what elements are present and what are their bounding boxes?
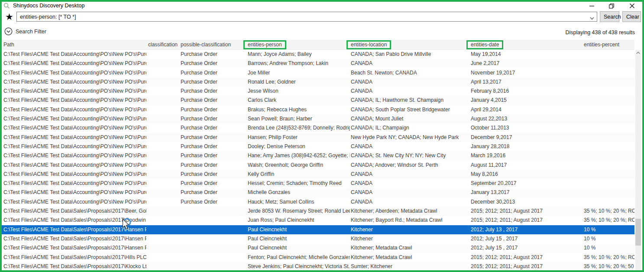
cell-entities_date: January 13,2017 [471, 188, 583, 197]
cell-entities_person: Walsh; Greenholt; George Griffin [248, 161, 350, 170]
table-row[interactable]: C:\Test Files\ACME Test Data\Sales\Propo… [2, 234, 634, 243]
table-row[interactable]: C:\Test Files\ACME Test Data\Accounting\… [2, 87, 634, 96]
cell-path: C:\Test Files\ACME Test Data\Sales\Propo… [3, 243, 146, 253]
cell-entities_location: Sumter; Kitchener [351, 262, 470, 270]
scrollbar-thumb[interactable] [635, 219, 641, 246]
table-row[interactable]: C:\Test Files\ACME Test Data\Sales\Propo… [2, 243, 634, 253]
cell-path: C:\Test Files\ACME Test Data\Accounting\… [3, 105, 146, 114]
minimize-button[interactable] [585, 2, 598, 10]
cell-path: C:\Test Files\ACME Test Data\Sales\Propo… [3, 262, 146, 270]
cell-entities_date: October 11,2013 [471, 123, 583, 133]
table-row[interactable]: C:\Test Files\ACME Test Data\Accounting\… [2, 151, 634, 160]
vertical-scrollbar[interactable] [635, 50, 641, 270]
table-row[interactable]: C:\Test Files\ACME Test Data\Accounting\… [2, 68, 634, 78]
cell-entities_person: Mann; Joyce Adams; Bailey [248, 50, 350, 59]
column-header-entities_person[interactable]: entities-person [248, 40, 350, 50]
window-title: Shinydocs Discovery Desktop [13, 3, 84, 9]
column-header-classification[interactable]: classification [148, 40, 180, 50]
cell-entities_date: August 22,2013 [471, 114, 583, 123]
table-row[interactable]: C:\Test Files\ACME Test Data\Sales\Propo… [2, 216, 634, 225]
table-row-selected[interactable]: C:\Test Files\ACME Test Data\Sales\Propo… [2, 225, 634, 234]
clear-button[interactable]: Clear [622, 11, 641, 22]
highlight-box: entities-person [243, 40, 286, 49]
search-input[interactable] [17, 12, 597, 21]
cell-path: C:\Test Files\ACME Test Data\Accounting\… [3, 96, 146, 105]
cell-entities_percent [584, 179, 634, 188]
cell-entities_location: CANADA; Andover; Windsor St. Perth [351, 161, 470, 170]
table-row[interactable]: C:\Test Files\ACME Test Data\Sales\Propo… [2, 207, 634, 216]
table-row[interactable]: C:\Test Files\ACME Test Data\Accounting\… [2, 198, 634, 207]
table-row[interactable]: C:\Test Files\ACME Test Data\Accounting\… [2, 50, 634, 59]
app-magnifier-icon [3, 3, 10, 11]
table-row[interactable]: C:\Test Files\ACME Test Data\Accounting\… [2, 78, 634, 87]
cell-entities_location: Beach St. Newton; CANADA [351, 68, 470, 78]
cell-path: C:\Test Files\ACME Test Data\Sales\Propo… [3, 207, 146, 216]
cell-classification [148, 96, 180, 105]
cell-entities_person: Hessel; Cremin; Schaden; Timothy Reed [248, 179, 350, 188]
close-icon[interactable] [625, 2, 638, 10]
cell-entities_date: 2012; July 15 , 2017 [471, 234, 583, 243]
cell-possible_classification [181, 243, 247, 253]
cell-entities_percent: 35 %; 10 %; 20 %; ROT %; [584, 207, 634, 216]
restore-button[interactable] [605, 2, 618, 10]
cell-path: C:\Test Files\ACME Test Data\Accounting\… [3, 179, 146, 188]
cell-possible_classification: Purchase Order [181, 151, 247, 160]
cell-entities_percent: 35 %; 10 %; 20 %; 50 %; 5 [584, 262, 634, 270]
cell-entities_percent: 10 % [584, 225, 634, 234]
cell-path: C:\Test Files\ACME Test Data\Accounting\… [3, 151, 146, 160]
table-row[interactable]: C:\Test Files\ACME Test Data\Accounting\… [2, 59, 634, 68]
cell-entities_date: 2015; 2012; 2011; August 2017 [471, 216, 583, 225]
cell-entities_percent [584, 161, 634, 170]
cell-entities_percent [584, 142, 634, 151]
cell-entities_location: CANADA [351, 78, 470, 87]
cell-classification [148, 188, 180, 197]
cell-classification [148, 133, 180, 142]
favorite-star-icon[interactable]: ★ [5, 11, 13, 23]
table-row[interactable]: C:\Test Files\ACME Test Data\Accounting\… [2, 133, 634, 142]
cell-entities_date: May 8,2016 [471, 170, 583, 179]
cell-entities_person: Hauck; Metz; Samuel Collins [248, 198, 350, 207]
column-header-entities_percent[interactable]: entities-percent [584, 40, 634, 50]
cell-possible_classification [181, 225, 247, 234]
cell-classification [148, 243, 180, 253]
search-filter-label: Search Filter [16, 29, 46, 35]
column-header-possible_classification[interactable]: possible-classification [181, 40, 247, 50]
table-row[interactable]: C:\Test Files\ACME Test Data\Sales\Propo… [2, 253, 634, 262]
search-button[interactable]: Search [600, 11, 619, 22]
chevron-down-icon[interactable] [590, 14, 594, 22]
column-header-entities_location[interactable]: entities-location [351, 40, 470, 50]
table-row[interactable]: C:\Test Files\ACME Test Data\Accounting\… [2, 188, 634, 197]
cell-entities_location: CANADA [351, 179, 470, 188]
table-row[interactable]: C:\Test Files\ACME Test Data\Sales\Propo… [2, 262, 634, 270]
table-row[interactable]: C:\Test Files\ACME Test Data\Accounting\… [2, 179, 634, 188]
cell-entities_person: Juan Ross; Paul Cleincnekht [248, 216, 350, 225]
cell-entities_percent [584, 198, 634, 207]
cell-possible_classification [181, 207, 247, 216]
table-row[interactable]: C:\Test Files\ACME Test Data\Accounting\… [2, 142, 634, 151]
search-filter-toggle[interactable]: Search Filter [4, 27, 46, 36]
scroll-up-icon[interactable] [635, 50, 641, 56]
search-combobox[interactable] [16, 12, 597, 22]
table-row[interactable]: C:\Test Files\ACME Test Data\Accounting\… [2, 161, 634, 170]
cell-entities_percent: 10 % [584, 243, 634, 253]
results-table-header: Pathclassificationpossible-classificatio… [2, 40, 634, 50]
table-row[interactable]: C:\Test Files\ACME Test Data\Accounting\… [2, 105, 634, 114]
column-header-path[interactable]: Path [3, 40, 146, 50]
cell-entities_location: CANADA [351, 188, 470, 197]
filter-bar: Search Filter Displaying 438 of 438 resu… [2, 24, 642, 40]
column-header-entities_date[interactable]: entities-date [471, 40, 583, 50]
table-row[interactable]: C:\Test Files\ACME Test Data\Accounting\… [2, 96, 634, 105]
table-row[interactable]: C:\Test Files\ACME Test Data\Accounting\… [2, 123, 634, 133]
cell-entities_location: CANADA; Mount Juliet [351, 114, 470, 123]
table-row[interactable]: C:\Test Files\ACME Test Data\Accounting\… [2, 114, 634, 123]
cell-path: C:\Test Files\ACME Test Data\Accounting\… [3, 59, 146, 68]
cell-classification [148, 170, 180, 179]
cell-possible_classification: Purchase Order [181, 198, 247, 207]
cell-possible_classification: Purchase Order [181, 59, 247, 68]
cell-path: C:\Test Files\ACME Test Data\Accounting\… [3, 198, 146, 207]
table-row[interactable]: C:\Test Files\ACME Test Data\Accounting\… [2, 170, 634, 179]
cell-classification [148, 179, 180, 188]
cell-entities_person: Sean Powell; Braun; Harber [248, 114, 350, 123]
cell-possible_classification: Purchase Order [181, 123, 247, 133]
cell-entities_person: Carlos Clark [248, 96, 350, 105]
